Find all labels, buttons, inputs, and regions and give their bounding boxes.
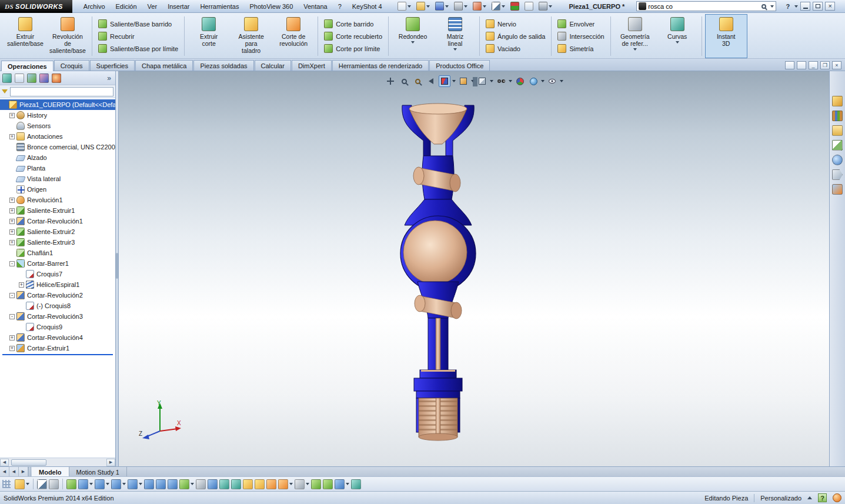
revolve-cut-button[interactable]: Corte de revolución [272,14,315,58]
previous-view-icon[interactable] [425,75,437,87]
corner-grid-icon[interactable] [2,480,11,488]
menu-edicion[interactable]: Edición [111,2,142,11]
tree-item-cortar-revolucion3[interactable]: - Cortar-Revolución3 [0,311,115,322]
design-library-icon[interactable] [832,111,843,121]
mirror-button[interactable]: Simetría [555,43,607,54]
chevron-down-icon[interactable] [289,483,293,485]
chevron-down-icon[interactable] [89,483,93,485]
expander-icon[interactable]: + [9,198,15,203]
tab-superficies[interactable]: Superficies [90,60,135,71]
expander-icon[interactable]: - [9,314,15,319]
apply-scene-icon[interactable] [527,75,539,87]
window-cascade-icon[interactable] [797,61,806,69]
doc-minimize-button[interactable]: _ [809,61,818,69]
shell-button[interactable]: Vaciado [483,43,548,54]
splitter-grip[interactable] [116,253,118,279]
tree-item-alzado[interactable]: Alzado [0,152,115,163]
menu-ayuda[interactable]: ? [333,2,347,11]
custom-properties-icon[interactable] [832,169,843,180]
point-icon[interactable] [208,479,218,489]
tree-item-planta[interactable]: Planta [0,163,115,173]
print-button[interactable] [452,1,469,12]
chevron-down-icon[interactable] [794,5,798,8]
expander-icon[interactable]: - [9,261,15,266]
model-3d[interactable] [394,102,482,443]
extend-entities-icon[interactable] [231,479,241,489]
dimxpert-manager-tab-icon[interactable] [39,74,49,83]
tree-item-saliente-extruir2[interactable]: + Saliente-Extruir2 [0,226,115,237]
display-style-icon[interactable] [476,75,488,87]
resource-monitor-icon[interactable] [833,493,841,502]
draft-button[interactable]: Ángulo de salida [483,31,548,42]
expander-icon[interactable]: + [9,208,15,213]
edit-appearance-icon[interactable] [514,75,526,87]
linear-sketch-pattern-icon[interactable] [278,479,288,489]
tree-item-helice-espiral1[interactable]: + Hélice/Espiral1 [0,279,115,290]
intersect-button[interactable]: Intersección [555,31,607,42]
tree-item-sensors[interactable]: Sensors [0,121,115,131]
curves-button[interactable]: Curvas [656,14,699,58]
chevron-down-icon[interactable] [502,5,505,8]
loft-cut-button[interactable]: Corte recubierto [321,31,385,42]
extrude-cut-button[interactable]: Extruir corte [188,14,230,58]
doc-close-button[interactable]: × [832,61,841,69]
line-icon[interactable] [78,479,88,489]
forum-icon[interactable] [832,184,843,195]
tab-herramientas-renderizado[interactable]: Herramientas de renderizado [332,60,429,71]
expander-icon[interactable]: + [9,134,15,139]
search-menu-icon[interactable] [639,2,646,10]
select-button[interactable] [490,1,507,12]
new-document-button[interactable] [396,1,413,12]
chevron-down-icon[interactable] [549,5,552,8]
menu-archivo[interactable]: Archivo [78,2,111,11]
search-input[interactable] [648,2,760,11]
trim-entities-icon[interactable] [219,479,229,489]
chevron-down-icon[interactable] [346,483,349,485]
chevron-down-icon[interactable] [541,80,545,82]
tree-item-croquis9[interactable]: Croquis9 [0,322,115,332]
help-icon[interactable]: ? [783,2,792,11]
quick-snaps-icon[interactable] [335,479,345,489]
panel-overflow-chevrons[interactable]: » [105,74,113,82]
chevron-down-icon[interactable] [483,5,486,8]
expander-icon[interactable]: + [9,229,15,235]
expander-icon[interactable]: + [9,346,15,351]
property-manager-tab-icon[interactable] [15,74,24,83]
smart-dimension-icon[interactable] [66,479,76,489]
rebuild-button[interactable] [509,1,521,12]
zoom-area-icon[interactable] [412,75,423,87]
close-button[interactable]: × [825,2,835,11]
tab-scroll-first-icon[interactable]: ◀ [0,467,9,476]
options-button[interactable] [537,1,554,12]
tab-piezas-soldadas[interactable]: Piezas soldadas [193,60,253,71]
rollback-bar[interactable] [2,354,113,355]
loft-boss-button[interactable]: Recubrir [95,31,181,42]
view-settings-icon[interactable] [546,75,558,87]
open-button[interactable] [415,1,432,12]
tab-chapa-metalica[interactable]: Chapa metálica [135,60,193,71]
menu-ventana[interactable]: Ventana [298,2,332,11]
revolve-boss-button[interactable]: Revolución de saliente/base [46,14,89,58]
boundary-cut-button[interactable]: Corte por límite [321,43,385,54]
expander-icon[interactable]: + [9,335,15,341]
pan-icon[interactable] [385,75,396,87]
display-relations-icon[interactable] [311,479,321,489]
menu-herramientas[interactable]: Herramientas [195,2,244,11]
chevron-down-icon[interactable] [464,5,467,8]
zoom-fit-icon[interactable] [398,75,410,87]
status-expand-icon[interactable] [807,496,812,499]
tree-filter-input[interactable] [10,87,113,96]
mirror-entities-icon[interactable] [266,479,276,489]
tree-item-cortar-extruir1[interactable]: + Cortar-Extruir1 [0,343,115,353]
fillet-button[interactable]: Redondeo [392,14,434,58]
view-orientation-icon[interactable] [457,75,469,87]
linear-pattern-button[interactable]: Matriz lineal [434,14,476,58]
chevron-down-icon[interactable] [452,80,456,82]
tree-item-croquis7[interactable]: Croquis7 [0,269,115,279]
tab-productos-office[interactable]: Productos Office [429,60,490,71]
rectangle-icon[interactable] [95,479,105,489]
tab-croquis[interactable]: Croquis [54,60,89,71]
search-icon[interactable] [761,4,766,9]
tab-scroll-prev-icon[interactable]: ◀ [9,467,19,476]
scroll-left-icon[interactable]: ◀ [0,459,9,466]
